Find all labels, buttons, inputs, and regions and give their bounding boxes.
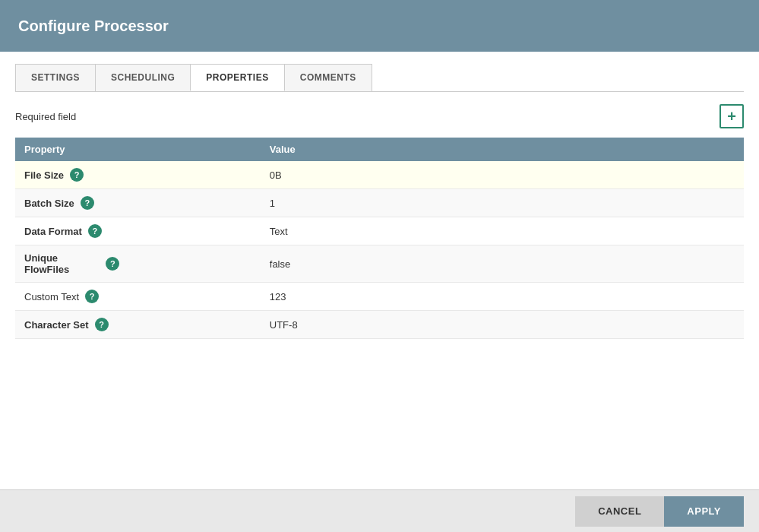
property-name: Character Set bbox=[24, 319, 89, 331]
cancel-button[interactable]: CANCEL bbox=[575, 496, 664, 527]
property-value[interactable]: UTF-8 bbox=[261, 311, 683, 339]
table-row: Data Format?Text bbox=[15, 217, 744, 245]
apply-button[interactable]: APPLY bbox=[664, 496, 744, 527]
properties-table: Property Value File Size?0BBatch Size?1D… bbox=[15, 138, 744, 339]
property-action bbox=[683, 283, 744, 311]
tab-bar: SETTINGS SCHEDULING PROPERTIES COMMENTS bbox=[15, 64, 744, 92]
page-title: Configure Processor bbox=[18, 17, 169, 35]
tab-comments[interactable]: COMMENTS bbox=[284, 64, 372, 91]
property-value[interactable]: 123 bbox=[261, 283, 683, 311]
tab-settings[interactable]: SETTINGS bbox=[15, 64, 96, 91]
property-action bbox=[683, 161, 744, 189]
help-icon[interactable]: ? bbox=[88, 224, 102, 238]
footer: CANCEL APPLY bbox=[0, 489, 759, 532]
table-row: Character Set?UTF-8 bbox=[15, 311, 744, 339]
add-property-button[interactable]: + bbox=[719, 104, 744, 128]
required-field-row: Required field + bbox=[15, 104, 744, 128]
property-name: Unique FlowFiles bbox=[24, 252, 100, 275]
column-action bbox=[683, 138, 744, 161]
property-name: Custom Text bbox=[24, 291, 79, 302]
property-name: File Size bbox=[24, 169, 64, 181]
table-header: Property Value bbox=[15, 138, 744, 161]
table-row: Batch Size?1 bbox=[15, 189, 744, 217]
tab-scheduling[interactable]: SCHEDULING bbox=[95, 64, 191, 91]
property-value[interactable]: 1 bbox=[261, 189, 683, 217]
table-row: File Size?0B bbox=[15, 161, 744, 189]
table-row: Custom Text?123 bbox=[15, 283, 744, 311]
main-content: SETTINGS SCHEDULING PROPERTIES COMMENTS … bbox=[0, 52, 759, 489]
property-action bbox=[683, 245, 744, 283]
help-icon[interactable]: ? bbox=[95, 318, 109, 331]
header: Configure Processor bbox=[0, 0, 759, 52]
help-icon[interactable]: ? bbox=[70, 168, 84, 182]
table-body: File Size?0BBatch Size?1Data Format?Text… bbox=[15, 161, 744, 339]
column-value: Value bbox=[261, 138, 683, 161]
table-row: Unique FlowFiles?false bbox=[15, 245, 744, 283]
property-value[interactable]: Text bbox=[261, 217, 683, 245]
tab-properties[interactable]: PROPERTIES bbox=[190, 64, 284, 91]
property-action bbox=[683, 189, 744, 217]
help-icon[interactable]: ? bbox=[85, 290, 99, 303]
help-icon[interactable]: ? bbox=[106, 257, 119, 271]
help-icon[interactable]: ? bbox=[81, 196, 94, 210]
property-action bbox=[683, 311, 744, 339]
required-field-label: Required field bbox=[15, 111, 76, 122]
property-value[interactable]: 0B bbox=[261, 161, 683, 189]
property-name: Batch Size bbox=[24, 198, 74, 209]
property-action bbox=[683, 217, 744, 245]
property-name: Data Format bbox=[24, 226, 82, 237]
column-property: Property bbox=[15, 138, 261, 161]
property-value[interactable]: false bbox=[261, 245, 683, 283]
